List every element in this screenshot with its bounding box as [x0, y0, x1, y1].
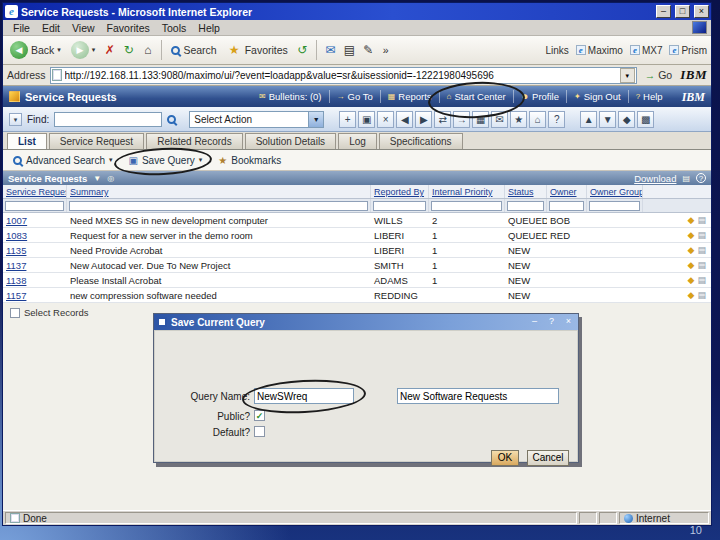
service-request-link[interactable]: 1137	[6, 260, 26, 271]
help-icon[interactable]: ?	[548, 111, 565, 128]
reports-icon[interactable]: ▦	[472, 111, 489, 128]
menu-edit[interactable]: Edit	[36, 21, 66, 35]
bookmark-icon[interactable]: ◆	[688, 230, 695, 240]
filter-status-input[interactable]	[507, 201, 544, 211]
query-name-input[interactable]	[254, 388, 354, 404]
dialog-minimize-icon[interactable]: –	[528, 316, 541, 328]
start-center-icon[interactable]: ⌂	[529, 111, 546, 128]
toolbar-overflow-chevron[interactable]: »	[380, 43, 392, 57]
detail-menu-icon[interactable]: ▤	[697, 215, 706, 225]
tab-specifications[interactable]: Specifications	[379, 133, 463, 149]
tab-related-records[interactable]: Related Records	[146, 133, 242, 149]
stop-icon[interactable]: ✗	[102, 43, 117, 57]
nav-profile[interactable]: ☻ Profile	[514, 90, 567, 103]
next-record-icon[interactable]: ▶	[415, 111, 432, 128]
address-field[interactable]: ▾	[50, 67, 637, 84]
column-reported-by[interactable]: Reported By	[371, 185, 429, 198]
address-input[interactable]	[65, 70, 617, 81]
go-button[interactable]: → Go	[641, 69, 677, 81]
help-icon[interactable]: ?	[696, 173, 706, 183]
service-request-link[interactable]: 1135	[6, 245, 26, 256]
column-summary[interactable]: Summary	[67, 185, 371, 198]
address-dropdown-icon[interactable]: ▾	[620, 68, 635, 83]
filter-internal-priority-input[interactable]	[431, 201, 502, 211]
close-button[interactable]: ×	[694, 5, 709, 18]
download-link[interactable]: Download	[634, 173, 676, 184]
bookmark-icon[interactable]: ◆	[688, 290, 695, 300]
home-icon[interactable]: ⌂	[140, 43, 155, 57]
favorites-button[interactable]: ★ Favorites	[224, 42, 291, 58]
nav-start-center[interactable]: ⌂ Start Center	[440, 90, 514, 103]
next-page-icon[interactable]: ▼	[599, 111, 616, 128]
tab-log[interactable]: Log	[338, 133, 377, 149]
service-request-link[interactable]: 1007	[6, 215, 27, 226]
save-record-icon[interactable]: ▣	[358, 111, 375, 128]
history-icon[interactable]: ↺	[295, 43, 310, 57]
query-description-input[interactable]	[397, 388, 559, 404]
menu-help[interactable]: Help	[192, 21, 226, 35]
mail-icon[interactable]: ✉	[323, 43, 338, 57]
flag-icon[interactable]: ◆	[618, 111, 635, 128]
route-workflow-icon[interactable]: →	[453, 111, 470, 128]
back-dropdown-icon[interactable]: ▾	[57, 46, 61, 54]
attachments-icon[interactable]: ✉	[491, 111, 508, 128]
print-icon[interactable]: ▤	[342, 43, 357, 57]
find-dropdown-icon[interactable]: ▾	[9, 113, 22, 126]
service-request-link[interactable]: 1138	[6, 275, 26, 286]
dialog-titlebar[interactable]: Save Current Query – ? ×	[154, 314, 578, 330]
filter-summary-input[interactable]	[69, 201, 368, 211]
maximize-button[interactable]: □	[675, 5, 690, 18]
previous-record-icon[interactable]: ◀	[396, 111, 413, 128]
nav-bulletins[interactable]: ✉ Bulletins: (0)	[252, 90, 330, 103]
print-icon[interactable]: ▤	[682, 174, 690, 183]
public-checkbox[interactable]: ✓	[254, 410, 265, 421]
detail-menu-icon[interactable]: ▤	[697, 230, 706, 240]
filter-owner-group-input[interactable]	[589, 201, 640, 211]
advanced-search-button[interactable]: Advanced Search ▾	[13, 155, 112, 166]
link-maximo[interactable]: e Maximo	[576, 45, 623, 56]
menu-tools[interactable]: Tools	[156, 21, 193, 35]
column-owner-group[interactable]: Owner Group	[587, 185, 643, 198]
tab-service-request[interactable]: Service Request	[49, 133, 144, 149]
insert-new-record-icon[interactable]: +	[339, 111, 356, 128]
clear-changes-icon[interactable]: ×	[377, 111, 394, 128]
nav-go-to[interactable]: → Go To	[330, 90, 381, 103]
detail-menu-icon[interactable]: ▤	[697, 275, 706, 285]
menu-view[interactable]: View	[66, 21, 101, 35]
detail-menu-icon[interactable]: ▤	[697, 245, 706, 255]
service-request-link[interactable]: 1083	[6, 230, 27, 241]
find-search-icon[interactable]	[167, 115, 176, 124]
detail-menu-icon[interactable]: ▤	[697, 290, 706, 300]
link-mx7[interactable]: e MX7	[630, 45, 663, 56]
minimize-button[interactable]: –	[656, 5, 671, 18]
change-status-icon[interactable]: ⇄	[434, 111, 451, 128]
menu-file[interactable]: File	[7, 21, 36, 35]
column-service-request[interactable]: Service Request ▴	[3, 185, 67, 198]
filter-reported-by-input[interactable]	[373, 201, 426, 211]
back-button[interactable]: ◀ Back ▾	[7, 40, 64, 60]
column-status[interactable]: Status	[505, 185, 547, 198]
edit-icon[interactable]: ✎	[361, 43, 376, 57]
grid-icon[interactable]: ▩	[637, 111, 654, 128]
column-owner[interactable]: Owner	[547, 185, 587, 198]
select-records-checkbox[interactable]	[10, 308, 20, 318]
detail-menu-icon[interactable]: ▤	[697, 260, 706, 270]
nav-sign-out[interactable]: ✦ Sign Out	[567, 90, 629, 103]
ok-button[interactable]: OK	[491, 450, 519, 466]
previous-page-icon[interactable]: ▲	[580, 111, 597, 128]
menu-favorites[interactable]: Favorites	[101, 21, 156, 35]
filter-search-icon[interactable]: ◎	[107, 174, 114, 183]
default-checkbox[interactable]	[254, 426, 265, 437]
bookmark-icon[interactable]: ★	[510, 111, 527, 128]
service-request-link[interactable]: 1157	[6, 290, 26, 301]
dialog-close-icon[interactable]: ×	[562, 316, 575, 328]
find-input[interactable]	[54, 112, 162, 127]
nav-help[interactable]: ? Help	[629, 90, 670, 103]
forward-dropdown-icon[interactable]: ▾	[92, 46, 96, 54]
filter-owner-input[interactable]	[549, 201, 584, 211]
bookmark-icon[interactable]: ◆	[688, 275, 695, 285]
nav-reports[interactable]: ▦ Reports	[381, 90, 440, 103]
tab-solution-details[interactable]: Solution Details	[245, 133, 336, 149]
cancel-button[interactable]: Cancel	[527, 450, 569, 466]
select-action-dropdown[interactable]: Select Action ▼	[189, 111, 324, 128]
